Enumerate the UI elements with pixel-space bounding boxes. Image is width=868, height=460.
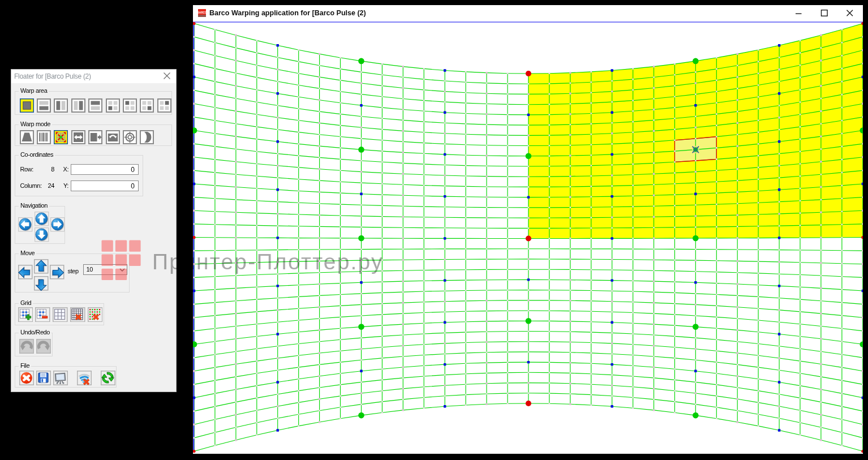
svg-text:BARCO: BARCO xyxy=(198,11,206,14)
